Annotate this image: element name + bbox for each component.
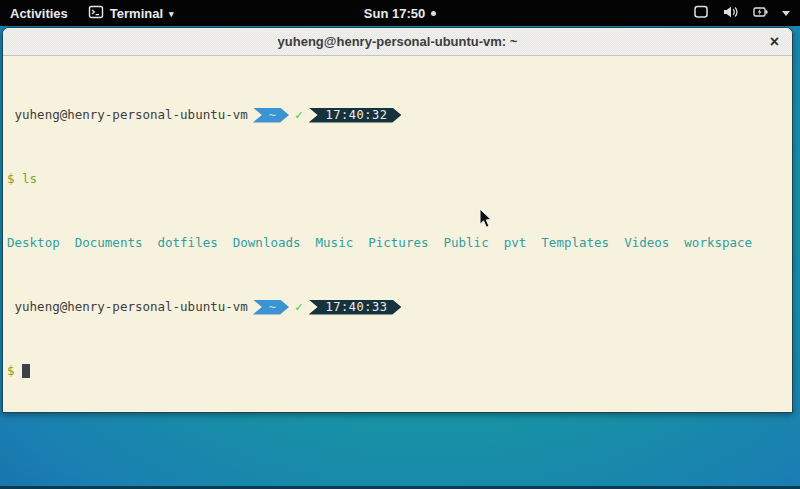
prompt-status-check-icon: ✓ <box>295 299 303 315</box>
prompt-user: yuheng@henry-personal-ubuntu-vm <box>7 299 248 315</box>
terminal-icon <box>88 4 104 23</box>
prompt-time-segment: 17:40:33 <box>309 300 402 315</box>
app-menu-terminal[interactable]: Terminal ▾ <box>80 0 182 26</box>
window-title: yuheng@henry-personal-ubuntu-vm: ~ <box>278 34 518 49</box>
directory-name: Videos <box>624 235 669 251</box>
command-text: ls <box>22 171 37 187</box>
display-icon <box>693 4 709 23</box>
battery-charging-icon <box>752 4 769 23</box>
command-line: $ ls <box>7 171 788 187</box>
prompt-time-segment: 17:40:32 <box>309 108 402 123</box>
prompt-status-check-icon: ✓ <box>295 107 303 123</box>
command-line: $ <box>7 363 788 379</box>
app-menu-label: Terminal <box>110 6 163 21</box>
activities-button[interactable]: Activities <box>0 0 80 26</box>
directory-name: Documents <box>75 235 143 251</box>
directory-name: workspace <box>684 235 752 251</box>
system-status-area[interactable] <box>693 0 800 26</box>
chevron-down-icon <box>782 11 790 16</box>
chevron-down-icon: ▾ <box>169 9 174 19</box>
prompt-symbol: $ <box>7 363 15 379</box>
directory-name: Desktop <box>7 235 60 251</box>
directory-name: Music <box>316 235 354 251</box>
close-icon[interactable]: × <box>770 34 779 50</box>
top-bar: Activities Terminal ▾ Sun 17:50 <box>0 0 800 26</box>
notification-dot-icon <box>431 11 436 16</box>
directory-name: Pictures <box>368 235 428 251</box>
directory-name: Templates <box>541 235 609 251</box>
ls-output-line: DesktopDocumentsdotfilesDownloadsMusicPi… <box>7 235 788 251</box>
volume-icon <box>722 4 739 23</box>
terminal-screen[interactable]: yuheng@henry-personal-ubuntu-vm ~ ✓ 17:4… <box>3 56 792 413</box>
terminal-window: yuheng@henry-personal-ubuntu-vm: ~ × yuh… <box>2 27 793 413</box>
prompt-symbol: $ <box>7 171 15 187</box>
clock[interactable]: Sun 17:50 <box>364 6 425 21</box>
prompt-path-segment: ~ <box>253 108 289 123</box>
directory-name: Downloads <box>233 235 301 251</box>
prompt-user: yuheng@henry-personal-ubuntu-vm <box>7 107 248 123</box>
activities-label: Activities <box>10 6 68 21</box>
text-cursor <box>22 364 30 378</box>
prompt-line: yuheng@henry-personal-ubuntu-vm ~ ✓ 17:4… <box>7 299 788 315</box>
window-titlebar[interactable]: yuheng@henry-personal-ubuntu-vm: ~ × <box>3 28 792 56</box>
directory-name: pvt <box>504 235 527 251</box>
directory-name: Public <box>444 235 489 251</box>
directory-name: dotfiles <box>158 235 218 251</box>
prompt-path-segment: ~ <box>253 300 289 315</box>
prompt-line: yuheng@henry-personal-ubuntu-vm ~ ✓ 17:4… <box>7 107 788 123</box>
